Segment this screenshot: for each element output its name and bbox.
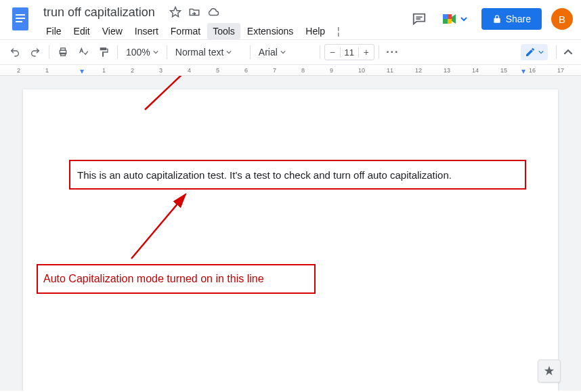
ruler-tick: 3 — [159, 67, 163, 74]
menu-format[interactable]: Format — [165, 23, 206, 39]
ruler-tick: 17 — [557, 67, 564, 74]
share-button[interactable]: Share — [481, 8, 542, 30]
menu-view[interactable]: View — [97, 23, 128, 39]
comments-icon[interactable] — [411, 11, 427, 27]
separator — [49, 45, 49, 59]
ruler-tick: 1 — [102, 67, 106, 74]
separator — [320, 45, 320, 59]
menu-edit[interactable]: Edit — [68, 23, 95, 39]
menu-file[interactable]: File — [41, 23, 67, 39]
doc-title-input[interactable] — [41, 4, 163, 21]
svg-line-15 — [131, 194, 186, 259]
ruler[interactable]: ▾ ▾ 211234567891011121314151617 — [0, 65, 581, 76]
share-label: Share — [506, 14, 531, 24]
undo-button[interactable] — [5, 43, 24, 62]
ruler-tick: 6 — [244, 67, 248, 74]
redo-button[interactable] — [26, 43, 45, 62]
document-annotation: Auto Capitalization mode turned on in th… — [43, 273, 264, 285]
style-select[interactable]: Normal text — [171, 43, 246, 62]
explore-button[interactable] — [538, 360, 561, 383]
ruler-tick: 16 — [529, 67, 536, 74]
svg-rect-3 — [16, 21, 22, 22]
font-select[interactable]: Arial — [255, 43, 316, 62]
svg-rect-12 — [61, 48, 66, 50]
ruler-tick: 2 — [17, 67, 20, 74]
ruler-tick: 7 — [273, 67, 276, 74]
right-margin-marker-icon[interactable]: ▾ — [521, 66, 525, 76]
move-folder-icon[interactable] — [188, 6, 200, 18]
highlight-sentence-box: This is an auto capitalization test. It'… — [69, 160, 526, 190]
svg-marker-4 — [171, 7, 181, 17]
print-button[interactable] — [53, 43, 72, 62]
highlight-annotation-box: Auto Capitalization mode turned on in th… — [37, 264, 316, 294]
svg-rect-10 — [443, 14, 448, 19]
ruler-tick: 13 — [444, 67, 450, 74]
more-tools-button[interactable]: ··· — [383, 43, 402, 62]
separator — [117, 45, 118, 59]
ruler-tick: 8 — [301, 67, 305, 74]
meet-button[interactable] — [437, 8, 472, 30]
separator — [556, 45, 557, 59]
ruler-tick: 14 — [472, 67, 479, 74]
font-size-increase[interactable]: + — [359, 47, 374, 58]
ruler-tick: 4 — [188, 67, 191, 74]
annotation-arrow-2 — [125, 191, 199, 265]
ruler-tick: 9 — [330, 67, 333, 74]
cloud-status-icon[interactable] — [207, 6, 219, 18]
zoom-select[interactable]: 100% — [122, 43, 163, 62]
svg-rect-2 — [16, 18, 25, 19]
menu-help[interactable]: Help — [300, 23, 330, 39]
svg-line-14 — [145, 76, 213, 110]
font-size-group: − + — [324, 44, 374, 60]
document-area: This is an auto capitalization test. It'… — [0, 76, 581, 391]
svg-rect-1 — [16, 14, 25, 16]
ruler-tick: 10 — [358, 67, 365, 74]
spellcheck-button[interactable] — [74, 43, 93, 62]
paint-format-button[interactable] — [94, 43, 113, 62]
toolbar: 100% Normal text Arial − + ··· — [0, 39, 581, 65]
separator — [167, 45, 167, 59]
editing-mode-button[interactable] — [521, 44, 548, 60]
ruler-tick: 1 — [45, 67, 49, 74]
docs-logo[interactable] — [8, 4, 33, 32]
menu-insert[interactable]: Insert — [129, 23, 164, 39]
menu-tools[interactable]: Tools — [207, 23, 240, 39]
collapse-toolbar-button[interactable] — [561, 45, 576, 60]
ruler-tick: 2 — [131, 67, 134, 74]
indent-marker-icon[interactable]: ▾ — [80, 66, 84, 76]
separator — [250, 45, 251, 59]
ruler-tick: 11 — [387, 67, 393, 74]
svg-rect-13 — [61, 53, 66, 56]
page[interactable]: This is an auto capitalization test. It'… — [23, 89, 558, 391]
ruler-tick: 15 — [500, 67, 507, 74]
annotation-arrow-1 — [131, 76, 226, 116]
document-sentence[interactable]: This is an auto capitalization test. It'… — [77, 169, 452, 181]
menu-extensions[interactable]: Extensions — [242, 23, 299, 39]
star-icon[interactable] — [169, 6, 181, 18]
ruler-tick: 5 — [216, 67, 219, 74]
separator — [379, 45, 379, 59]
avatar[interactable]: B — [551, 8, 573, 30]
ruler-tick: 12 — [415, 67, 422, 74]
font-size-input[interactable] — [340, 47, 359, 58]
menu-more[interactable]: ¦ — [332, 23, 345, 39]
font-size-decrease[interactable]: − — [325, 47, 340, 58]
